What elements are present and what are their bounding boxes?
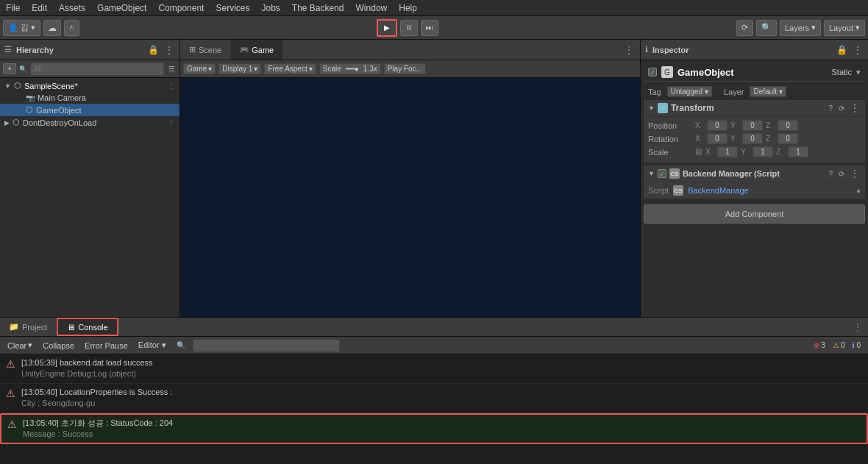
transform-menu-button[interactable]: ⋮ — [849, 103, 861, 113]
add-component-button[interactable]: Add Component — [644, 204, 865, 224]
menu-services[interactable]: Services — [210, 1, 255, 15]
tab-game[interactable]: 🎮 Game — [231, 40, 283, 60]
account-button[interactable]: 👤 김 ▾ — [3, 20, 40, 36]
rot-x-label: X — [695, 135, 704, 143]
entry-2-line2: Message : Success — [23, 429, 173, 440]
error-pause-button[interactable]: Error Pause — [82, 340, 131, 351]
aspect-dropdown[interactable]: Free Aspect ▾ — [264, 63, 316, 74]
hierarchy-filter-button[interactable]: ☰ — [167, 65, 177, 73]
hierarchy-panel: ☰ Hierarchy 🔒 ⋮ + 🔍 ☰ ▼ ⬡ SampleScene* ⋮… — [0, 40, 180, 317]
console-entry-0[interactable]: ⚠ [13:05:39] backend.dat load success Un… — [0, 354, 868, 384]
hierarchy-menu-button[interactable]: ⋮ — [163, 45, 175, 55]
transform-help-button[interactable]: ? — [827, 103, 834, 113]
hierarchy-icon: ☰ — [4, 45, 12, 54]
menu-edit[interactable]: Edit — [26, 1, 53, 15]
rot-x-input[interactable]: 0 — [707, 133, 728, 144]
center-tab-menu[interactable]: ⋮ — [618, 41, 640, 59]
aspect-dropdown-icon: ▾ — [309, 65, 313, 73]
script-field-label: Script — [648, 186, 669, 195]
backend-menu-button[interactable]: ⋮ — [849, 168, 861, 179]
menu-file[interactable]: File — [0, 1, 26, 15]
rotation-coords: X 0 Y 0 Z 0 — [695, 133, 861, 144]
tree-item-samplescene[interactable]: ▼ ⬡ SampleScene* ⋮ — [0, 79, 179, 92]
search-icon: 🔍 — [761, 23, 772, 32]
collapse-button[interactable]: Collapse — [40, 340, 77, 351]
bottom-tab-menu[interactable]: ⋮ — [847, 319, 868, 335]
layers-dropdown-icon: ▾ — [811, 23, 816, 32]
play-focused-dropdown[interactable]: Play Foc... — [384, 63, 426, 74]
tab-project[interactable]: 📁 Project — [0, 318, 57, 336]
gameobject-name[interactable]: GameObject — [677, 67, 827, 78]
tree-item-gameobject[interactable]: ▼ ⬡ GameObject — [0, 104, 179, 116]
console-counters: ⊗ 3 ⚠ 0 ℹ 0 — [811, 340, 864, 350]
layers-dropdown[interactable]: Layers ▾ — [780, 20, 821, 36]
game-dropdown[interactable]: Game ▾ — [183, 63, 216, 74]
rot-y-input[interactable]: 0 — [742, 133, 763, 144]
menu-jobs[interactable]: Jobs — [255, 1, 285, 15]
step-button[interactable]: ⏭ — [421, 20, 438, 36]
backend-reset-button[interactable]: ⟳ — [837, 168, 846, 179]
samplescene-label: SampleScene* — [24, 82, 78, 90]
history-button[interactable]: ⟳ — [736, 20, 753, 36]
layer-dropdown[interactable]: Default ▾ — [750, 86, 786, 97]
play-button[interactable]: ▶ — [377, 19, 397, 37]
backend-active-checkbox[interactable]: ✓ — [658, 169, 666, 178]
backend-help-button[interactable]: ? — [827, 168, 834, 179]
inspector-lock-button[interactable]: 🔒 — [835, 45, 849, 55]
samplescene-menu[interactable]: ⋮ — [168, 82, 175, 90]
tree-arrow-samplescene: ▼ — [4, 82, 11, 90]
pos-y-input[interactable]: 0 — [742, 120, 763, 131]
rot-z-label: Z — [766, 135, 775, 143]
clear-button[interactable]: Clear ▾ — [4, 340, 35, 351]
backend-manager-header[interactable]: ▼ ✓ CS Backend Manager (Script ? ⟳ ⋮ — [644, 165, 865, 182]
rot-z-input[interactable]: 0 — [778, 133, 798, 144]
pos-x-input[interactable]: 0 — [707, 120, 728, 131]
hierarchy-search-input[interactable] — [30, 63, 164, 76]
transform-header[interactable]: ▼ ⊹ Transform ? ⟳ ⋮ — [644, 100, 865, 117]
console-entry-1[interactable]: ⚠ [13:05:40] LocationProperties is Succe… — [0, 384, 868, 413]
tag-dropdown[interactable]: Untagged ▾ — [667, 86, 712, 97]
menu-the-backend[interactable]: The Backend — [286, 1, 350, 15]
menu-assets[interactable]: Assets — [53, 1, 91, 15]
console-search-icon: 🔍 — [174, 341, 188, 349]
menu-component[interactable]: Component — [152, 1, 210, 15]
sca-x-input[interactable]: 1 — [717, 146, 738, 157]
game-canvas — [180, 78, 640, 317]
cloud-button[interactable]: ☁ — [43, 20, 61, 36]
console-search-input[interactable] — [193, 339, 340, 352]
search-button[interactable]: 🔍 — [756, 20, 777, 36]
script-value[interactable]: BackendManage — [688, 186, 852, 195]
step-icon: ⏭ — [426, 24, 433, 32]
static-dropdown[interactable]: ▾ — [856, 68, 861, 77]
menu-window[interactable]: Window — [350, 1, 394, 15]
hierarchy-lock-button[interactable]: 🔒 — [146, 45, 160, 55]
menu-bar: File Edit Assets GameObject Component Se… — [0, 0, 868, 16]
pause-button[interactable]: ⏸ — [400, 20, 418, 36]
inspector-menu-button[interactable]: ⋮ — [852, 45, 864, 55]
backend-manager-component: ▼ ✓ CS Backend Manager (Script ? ⟳ ⋮ Scr… — [644, 165, 865, 199]
tree-item-main-camera[interactable]: ▼ 📷 Main Camera — [0, 92, 179, 104]
scale-coords: X 1 Y 1 Z 1 — [705, 146, 861, 157]
dontdestroy-menu[interactable]: ⋮ — [168, 118, 175, 126]
tree-item-dontdestroy[interactable]: ▶ ⬡ DontDestroyOnLoad ⋮ — [0, 116, 179, 129]
hierarchy-add-button[interactable]: + — [3, 63, 16, 74]
scale-control[interactable]: Scale ━━● 1.3x — [319, 63, 381, 74]
menu-gameobject[interactable]: GameObject — [91, 1, 152, 15]
display-dropdown[interactable]: Display 1 ▾ — [218, 63, 261, 74]
layout-dropdown[interactable]: Layout ▾ — [824, 20, 865, 36]
entry-1-icon: ⚠ — [6, 388, 15, 399]
transform-reset-button[interactable]: ⟳ — [837, 103, 846, 113]
sca-z-input[interactable]: 1 — [788, 146, 808, 157]
editor-dropdown[interactable]: Editor ▾ — [135, 340, 169, 351]
tag-layer-row: Tag Untagged ▾ Layer Default ▾ — [644, 85, 865, 100]
sca-z-label: Z — [776, 148, 785, 156]
hierarchy-title: Hierarchy — [16, 46, 54, 54]
console-entry-2[interactable]: ⚠ [13:05:40] 초기화 성공 : StatusCode : 204 M… — [0, 413, 868, 445]
tool-branch-button[interactable]: ⑃ — [64, 20, 79, 36]
sca-y-input[interactable]: 1 — [753, 146, 773, 157]
gameobject-active-checkbox[interactable]: ✓ — [648, 68, 657, 76]
pos-z-input[interactable]: 0 — [778, 120, 798, 131]
menu-help[interactable]: Help — [393, 1, 423, 15]
tab-console[interactable]: 🖥 Console — [57, 318, 118, 336]
tab-scene[interactable]: ⊞ Scene — [180, 40, 231, 60]
